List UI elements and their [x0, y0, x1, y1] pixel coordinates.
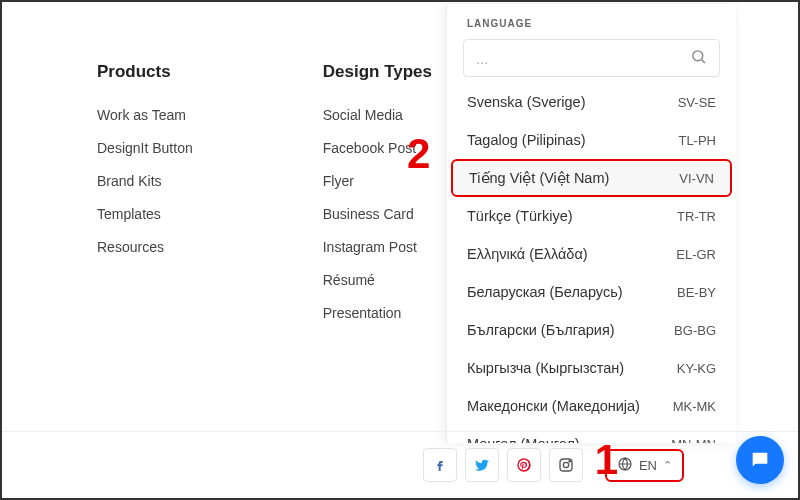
- svg-point-4: [563, 462, 568, 467]
- design-types-column: Design Types Social Media Facebook Post …: [323, 62, 432, 338]
- language-name: Беларуская (Беларусь): [467, 284, 623, 300]
- footer-bar: EN ⌃: [2, 431, 798, 482]
- facebook-icon[interactable]: [423, 448, 457, 482]
- products-column: Products Work as Team DesignIt Button Br…: [97, 62, 193, 338]
- language-code: MK-MK: [673, 399, 716, 414]
- language-option[interactable]: Македонски (Македонија)MK-MK: [447, 387, 736, 425]
- language-option[interactable]: Ελληνικά (Ελλάδα)EL-GR: [447, 235, 736, 273]
- language-panel: LANGUAGE ... Svenska (Sverige)SV-SETagal…: [446, 4, 736, 443]
- annotation-marker-1: 1: [595, 436, 618, 484]
- products-link[interactable]: DesignIt Button: [97, 140, 193, 156]
- instagram-icon[interactable]: [549, 448, 583, 482]
- annotation-marker-2: 2: [407, 130, 430, 178]
- products-list: Work as Team DesignIt Button Brand Kits …: [97, 107, 193, 255]
- language-name: Български (България): [467, 322, 615, 338]
- twitter-icon[interactable]: [465, 448, 499, 482]
- products-link[interactable]: Brand Kits: [97, 173, 193, 189]
- language-toggle-label: EN: [639, 458, 657, 473]
- language-name: Ελληνικά (Ελλάδα): [467, 246, 588, 262]
- search-icon: [690, 48, 707, 68]
- pinterest-icon[interactable]: [507, 448, 541, 482]
- language-option[interactable]: Беларуская (Беларусь)BE-BY: [447, 273, 736, 311]
- svg-point-5: [569, 461, 570, 462]
- language-name: Македонски (Македонија): [467, 398, 640, 414]
- chevron-up-icon: ⌃: [663, 459, 672, 472]
- language-option[interactable]: Кыргызча (Кыргызстан)KY-KG: [447, 349, 736, 387]
- design-type-link[interactable]: Presentation: [323, 305, 432, 321]
- language-list: Svenska (Sverige)SV-SETagalog (Pilipinas…: [447, 83, 736, 443]
- language-option[interactable]: Tagalog (Pilipinas)TL-PH: [447, 121, 736, 159]
- design-types-heading: Design Types: [323, 62, 432, 82]
- language-code: VI-VN: [679, 171, 714, 186]
- svg-point-0: [693, 51, 703, 61]
- language-option[interactable]: Tiếng Việt (Việt Nam)VI-VN: [451, 159, 732, 197]
- products-link[interactable]: Templates: [97, 206, 193, 222]
- svg-line-1: [702, 60, 705, 63]
- social-links: [423, 448, 583, 482]
- products-link[interactable]: Resources: [97, 239, 193, 255]
- language-code: EL-GR: [676, 247, 716, 262]
- chat-button[interactable]: [736, 436, 784, 484]
- design-type-link[interactable]: Instagram Post: [323, 239, 432, 255]
- language-code: BG-BG: [674, 323, 716, 338]
- language-name: Türkçe (Türkiye): [467, 208, 573, 224]
- language-code: TR-TR: [677, 209, 716, 224]
- globe-icon: [617, 456, 633, 475]
- products-link[interactable]: Work as Team: [97, 107, 193, 123]
- language-option[interactable]: Svenska (Sverige)SV-SE: [447, 83, 736, 121]
- design-type-link[interactable]: Résumé: [323, 272, 432, 288]
- language-name: Кыргызча (Кыргызстан): [467, 360, 624, 376]
- language-name: Svenska (Sverige): [467, 94, 585, 110]
- search-placeholder: ...: [476, 50, 489, 67]
- language-code: TL-PH: [678, 133, 716, 148]
- language-option[interactable]: Türkçe (Türkiye)TR-TR: [447, 197, 736, 235]
- language-code: KY-KG: [677, 361, 716, 376]
- language-option[interactable]: Български (България)BG-BG: [447, 311, 736, 349]
- language-code: BE-BY: [677, 285, 716, 300]
- design-type-link[interactable]: Social Media: [323, 107, 432, 123]
- language-search-input[interactable]: ...: [463, 39, 720, 77]
- language-header: LANGUAGE: [447, 18, 736, 39]
- language-name: Tagalog (Pilipinas): [467, 132, 585, 148]
- design-type-link[interactable]: Business Card: [323, 206, 432, 222]
- language-name: Tiếng Việt (Việt Nam): [469, 170, 609, 186]
- products-heading: Products: [97, 62, 193, 82]
- language-code: SV-SE: [678, 95, 716, 110]
